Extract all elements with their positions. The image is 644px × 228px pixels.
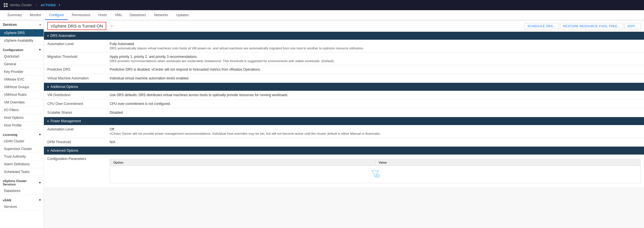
sidebar-configuration-arrow: ▾ <box>39 48 41 52</box>
power-management-table: Automation Level Off vCenter Server will… <box>44 125 644 147</box>
tab-summary[interactable]: Summary <box>3 11 26 20</box>
sidebar-vsan-arrow: ▾ <box>39 198 41 202</box>
sidebar-item-host-options[interactable]: Host Options <box>0 114 44 122</box>
content-header: vSphere DRS is Turned ON ← SCHEDULE DRS.… <box>44 20 644 32</box>
sidebar-item-datastores[interactable]: Datastores <box>0 187 44 195</box>
sidebar-item-vmware-evc[interactable]: VMware EVC <box>0 76 44 83</box>
automation-level-value: Fully Automated DRS automatically places… <box>106 40 644 52</box>
edit-button[interactable]: EDIT... <box>624 23 641 29</box>
inner-table-header-row: Option Value <box>110 159 640 166</box>
sidebar-item-vm-host-groups[interactable]: VM/Host Groups <box>0 83 44 91</box>
additional-options-title: Additional Options <box>50 85 78 89</box>
tab-hosts[interactable]: Hosts <box>94 11 111 20</box>
sidebar-item-vm-overrides[interactable]: VM Overrides <box>0 99 44 106</box>
vm-distribution-value: Use DRS defaults: DRS distributes virtua… <box>106 91 644 100</box>
actions-arrow-icon: ▾ <box>59 3 60 7</box>
header-action-buttons: SCHEDULE DRS... RESTORE RESOURCE POOL TR… <box>524 23 641 29</box>
tab-monitor[interactable]: Monitor <box>26 11 45 20</box>
sidebar-item-vm-host-rules[interactable]: VM/Host Rules <box>0 91 44 99</box>
sidebar-item-key-provider[interactable]: Key Provider <box>0 68 44 76</box>
schedule-drs-button[interactable]: SCHEDULE DRS... <box>524 23 559 29</box>
additional-options-collapse-icon: ▾ <box>47 85 49 88</box>
sidebar-item-scheduled-tasks[interactable]: Scheduled Tasks <box>0 168 44 176</box>
inner-table-body <box>110 166 640 183</box>
arrow-indicator-icon: ← <box>110 23 115 29</box>
app-logo: Vembu Cluster <box>3 3 32 7</box>
tab-vms[interactable]: VMs <box>111 11 126 20</box>
sidebar-vcs-arrow: ▾ <box>39 181 41 185</box>
header-separator: | <box>36 3 37 7</box>
sidebar-item-io-filters[interactable]: I/O Filters <box>0 106 44 114</box>
cpu-over-commitment-label: CPU Over-Commitment <box>44 100 106 108</box>
sidebar-section-licensing[interactable]: Licensing ▾ <box>0 130 44 138</box>
sidebar-vsan-label: vSAN <box>3 199 11 202</box>
sidebar-item-vsan-cluster[interactable]: vSAN Cluster <box>0 138 44 145</box>
power-management-collapse-icon: ▾ <box>47 120 49 123</box>
sidebar-section-vsan[interactable]: vSAN ▾ <box>0 196 44 203</box>
sidebar-configuration-label: Configuration <box>3 48 23 52</box>
advanced-options-table: Configuration Parameters Option Value <box>44 155 644 188</box>
table-row: CPU Over-Commitment CPU over-commitment … <box>44 100 644 108</box>
sidebar-services-arrow: ▾ <box>39 23 41 26</box>
drs-automation-collapse-icon: ▾ <box>47 34 49 37</box>
sidebar: Services ▾ vSphere DRS vSphere Availabil… <box>0 20 44 228</box>
sidebar-item-quickstart[interactable]: Quickstart <box>0 53 44 60</box>
table-row: Configuration Parameters Option Value <box>44 155 644 188</box>
cluster-name: Vembu Cluster <box>10 3 32 7</box>
table-row: Virtual Machine Automation Individual vi… <box>44 74 644 83</box>
option-col-header: Option <box>110 159 375 166</box>
sidebar-item-host-profile[interactable]: Host Profile <box>0 122 44 129</box>
vm-automation-value: Individual virtual machine automation le… <box>106 74 644 83</box>
advanced-options-title: Advanced Options <box>50 149 78 153</box>
table-row: DPM Threshold N/A <box>44 138 644 147</box>
svg-rect-1 <box>6 3 8 5</box>
main-layout: Services ▾ vSphere DRS vSphere Availabil… <box>0 20 644 228</box>
sidebar-item-vsan-services[interactable]: Services <box>0 203 44 211</box>
sidebar-licensing-label: Licensing <box>3 133 17 136</box>
migration-threshold-value: Apply priority 1, priority 2, and priori… <box>106 52 644 65</box>
value-col-header: Value <box>375 159 641 166</box>
restore-resource-pool-tree-button[interactable]: RESTORE RESOURCE POOL TREE... <box>560 23 623 29</box>
main-content: vSphere DRS is Turned ON ← SCHEDULE DRS.… <box>44 20 644 228</box>
tab-permissions[interactable]: Permissions <box>68 11 94 20</box>
scalable-shares-label: Scalable Shares <box>44 108 106 117</box>
sidebar-item-vsphere-drs[interactable]: vSphere DRS <box>0 29 44 37</box>
sidebar-section-configuration[interactable]: Configuration ▾ <box>0 46 44 53</box>
vm-distribution-label: VM Distribution <box>44 91 106 100</box>
sidebar-item-trust-authority[interactable]: Trust Authority <box>0 153 44 161</box>
svg-rect-3 <box>6 5 8 7</box>
predictive-drs-value: Predictive DRS is disabled. vCenter will… <box>106 65 644 74</box>
sidebar-vcs-label: vSphere Cluster Services <box>3 179 39 186</box>
content-title: vSphere DRS is Turned ON <box>47 22 106 30</box>
sidebar-item-supervisor-cluster[interactable]: Supervisor Cluster <box>0 145 44 153</box>
tab-networks[interactable]: Networks <box>150 11 172 20</box>
pm-automation-level-label: Automation Level <box>44 125 106 138</box>
scalable-shares-value: Disabled <box>106 108 644 117</box>
section-header-advanced-options[interactable]: ▾ Advanced Options <box>44 147 644 155</box>
table-row: Migration Threshold Apply priority 1, pr… <box>44 52 644 65</box>
sidebar-item-alarm-definitions[interactable]: Alarm Definitions <box>0 161 44 168</box>
app-header: Vembu Cluster | ACTIONS ▾ <box>0 0 644 10</box>
sidebar-item-vsphere-availability[interactable]: vSphere Availability <box>0 37 44 45</box>
config-params-label: Configuration Parameters <box>44 155 106 188</box>
actions-button[interactable]: ACTIONS <box>41 3 56 7</box>
sidebar-item-general[interactable]: General <box>0 60 44 68</box>
table-row: Automation Level Fully Automated DRS aut… <box>44 40 644 52</box>
migration-threshold-label: Migration Threshold <box>44 52 106 65</box>
pm-automation-level-value: Off vCenter Server will not provide powe… <box>106 125 644 138</box>
automation-level-label: Automation Level <box>44 40 106 52</box>
tab-updates[interactable]: Updates <box>172 11 193 20</box>
tab-configure[interactable]: Configure <box>45 11 68 20</box>
section-header-power-management[interactable]: ▾ Power Management <box>44 117 644 125</box>
filter-icon <box>370 168 380 181</box>
predictive-drs-label: Predictive DRS <box>44 65 106 74</box>
tab-datastores[interactable]: Datastores <box>126 11 150 20</box>
sidebar-section-services[interactable]: Services ▾ <box>0 20 44 29</box>
svg-rect-0 <box>4 3 5 5</box>
section-header-additional-options[interactable]: ▾ Additional Options <box>44 83 644 91</box>
section-header-drs-automation[interactable]: ▾ DRS Automation <box>44 32 644 40</box>
sidebar-section-vsphere-cluster-services[interactable]: vSphere Cluster Services ▾ <box>0 177 44 187</box>
table-row: Predictive DRS Predictive DRS is disable… <box>44 65 644 74</box>
advanced-options-collapse-icon: ▾ <box>47 149 49 152</box>
table-row: VM Distribution Use DRS defaults: DRS di… <box>44 91 644 100</box>
